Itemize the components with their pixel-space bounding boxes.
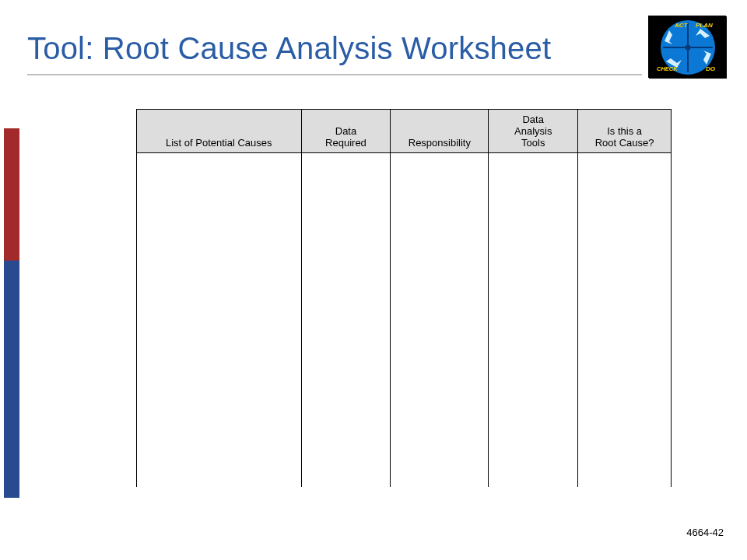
accent-bar-blue <box>4 261 19 498</box>
slide-title: Tool: Root Cause Analysis Worksheet <box>27 31 551 66</box>
worksheet-header-row: List of Potential Causes DataRequired Re… <box>137 110 672 153</box>
pdca-icon: ACT PLAN DO CHECK <box>648 16 726 78</box>
pdca-label-plan: PLAN <box>696 22 713 29</box>
pdca-label-act: ACT <box>674 22 689 29</box>
cell-responsibility <box>391 152 489 487</box>
title-underline <box>27 74 642 75</box>
cell-root-cause <box>578 152 672 487</box>
cell-causes <box>137 152 302 487</box>
slide: Tool: Root Cause Analysis Worksheet ACT … <box>0 0 747 560</box>
header-responsibility: Responsibility <box>391 110 489 153</box>
cell-tools <box>489 152 578 487</box>
page-number: 4664-42 <box>686 527 724 538</box>
header-causes: List of Potential Causes <box>137 110 302 153</box>
worksheet-body-row <box>137 152 672 487</box>
svg-point-4 <box>686 45 691 51</box>
header-data: DataRequired <box>301 110 391 153</box>
pdca-label-check: CHECK <box>657 65 678 72</box>
header-tools: DataAnalysisTools <box>489 110 578 153</box>
header-root-cause: Is this aRoot Cause? <box>578 110 672 153</box>
worksheet-table: List of Potential Causes DataRequired Re… <box>136 109 672 487</box>
pdca-label-do: DO <box>706 65 716 72</box>
cell-data <box>301 152 391 487</box>
